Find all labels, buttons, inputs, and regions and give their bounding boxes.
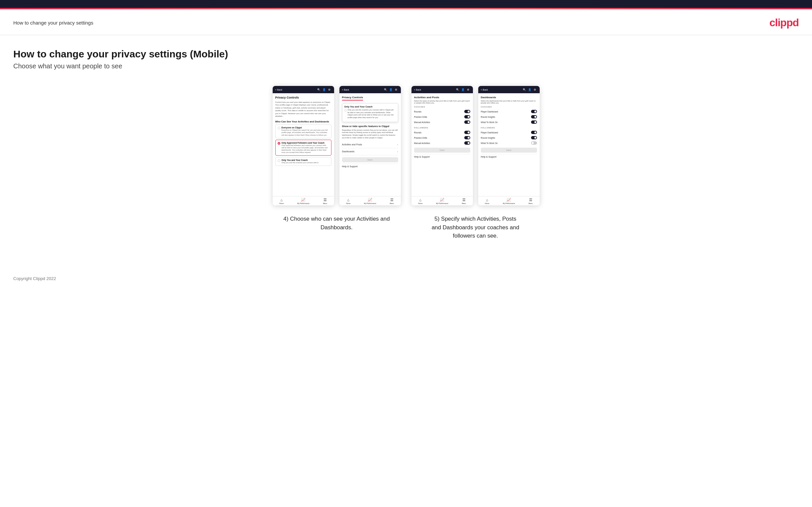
- privacy-body-text: Control how you and your data appears to…: [275, 101, 332, 117]
- coaches-insights-label: Round Insights: [481, 116, 495, 118]
- home-label-2: Home: [346, 203, 350, 205]
- page-title: How to change your privacy settings (Mob…: [13, 48, 799, 60]
- nav-menu-4[interactable]: ☰ Menu: [529, 198, 533, 205]
- save-btn-4[interactable]: Save: [481, 148, 537, 153]
- popover-radio[interactable]: [344, 109, 347, 111]
- back-button-4[interactable]: < Back: [481, 89, 488, 91]
- back-button-3[interactable]: < Back: [414, 89, 421, 91]
- profile-icon-4[interactable]: 👤: [528, 88, 532, 92]
- home-icon-2: ⌂: [347, 198, 349, 202]
- only-you-option[interactable]: Only You and Your Coach Only you and the…: [275, 157, 332, 166]
- coaches-drills-toggle[interactable]: [464, 115, 470, 118]
- popover: Only You and Your Coach Only you and the…: [342, 103, 398, 122]
- nav-performance-3[interactable]: 📈 My Performance: [436, 198, 448, 205]
- followers-rounds-label: Rounds: [414, 131, 421, 134]
- profile-icon-3[interactable]: 👤: [461, 88, 465, 92]
- home-icon-1: ⌂: [280, 198, 283, 202]
- save-btn-2[interactable]: Save: [342, 157, 398, 162]
- save-btn-3[interactable]: Save: [414, 148, 470, 153]
- help-row-4[interactable]: Help & Support: [481, 154, 537, 159]
- followers-insights-toggle[interactable]: [531, 136, 537, 139]
- coaches-rounds-toggle[interactable]: [464, 110, 470, 113]
- home-label-3: Home: [418, 203, 422, 205]
- coaches-player-toggle[interactable]: [531, 110, 537, 113]
- nav-menu-1[interactable]: ☰ Menu: [323, 198, 327, 205]
- nav-performance-4[interactable]: 📈 My Performance: [503, 198, 515, 205]
- bottom-nav-2: ⌂ Home 📈 My Performance ☰ Menu: [340, 196, 401, 206]
- coaches-manual-row: Manual Activities: [414, 119, 470, 125]
- followers-player-toggle[interactable]: [531, 131, 537, 134]
- help-row-3[interactable]: Help & Support: [414, 154, 470, 159]
- radio-only-you[interactable]: [277, 159, 280, 162]
- popover-radio-row: Only you and the coaches you connect wit…: [344, 109, 396, 119]
- followers-label-3: FOLLOWERS: [414, 127, 470, 129]
- profile-icon-2[interactable]: 👤: [389, 88, 393, 92]
- copyright: Copyright Clippd 2022: [13, 276, 56, 281]
- nav-menu-3[interactable]: ☰ Menu: [462, 198, 466, 205]
- nav-home-2[interactable]: ⌂ Home: [346, 198, 350, 205]
- followers-manual-toggle[interactable]: [464, 142, 470, 145]
- bottom-nav-3: ⌂ Home 📈 My Performance ☰ Menu: [411, 196, 473, 206]
- followers-rounds-toggle[interactable]: [464, 131, 470, 134]
- settings-icon-4[interactable]: ⚙: [533, 88, 537, 92]
- popover-text: Only you and the coaches you connect wit…: [348, 109, 396, 119]
- performance-label-1: My Performance: [297, 203, 309, 205]
- caption-4: 4) Choose who can see your Activities an…: [280, 215, 393, 232]
- phone-screen-2: < Back 🔍 👤 ⚙ Privacy Controls Only You a…: [340, 86, 401, 206]
- profile-icon[interactable]: 👤: [322, 88, 326, 92]
- coaches-insights-toggle[interactable]: [531, 115, 537, 118]
- search-icon-3[interactable]: 🔍: [456, 88, 460, 92]
- coaches-manual-toggle[interactable]: [464, 120, 470, 124]
- right-screenshot-group: < Back 🔍 👤 ⚙ Activities and Posts Select…: [411, 86, 540, 240]
- dashboards-title: Dashboards: [481, 96, 537, 99]
- settings-icon[interactable]: ⚙: [327, 88, 332, 92]
- phone-screen-1: < Back 🔍 👤 ⚙ Privacy Controls Control ho…: [273, 86, 334, 206]
- logo: clippd: [769, 16, 799, 29]
- home-icon-3: ⌂: [419, 198, 421, 202]
- radio-approved[interactable]: [277, 142, 280, 145]
- nav-menu-2[interactable]: ☰ Menu: [390, 198, 394, 205]
- approved-option[interactable]: Only Approved Followers and Your Coach O…: [275, 140, 332, 156]
- back-button-2[interactable]: < Back: [342, 89, 349, 91]
- activities-row[interactable]: Activities and Posts ›: [342, 142, 398, 148]
- caption-5-line2: and Dashboards your coaches and: [432, 224, 519, 231]
- caption-5: 5) Specify which Activities, Posts and D…: [432, 215, 519, 240]
- activities-title: Activities and Posts: [414, 96, 470, 99]
- back-button-1[interactable]: < Back: [275, 89, 283, 91]
- followers-work-row: What To Work On: [481, 140, 537, 146]
- phone-nav-4: < Back 🔍 👤 ⚙: [478, 86, 540, 93]
- nav-home-4[interactable]: ⌂ Home: [485, 198, 489, 205]
- performance-icon-3: 📈: [440, 198, 444, 202]
- who-can-see-title: Who Can See Your Activities and Dashboar…: [275, 120, 332, 123]
- menu-label-3: Menu: [462, 203, 466, 205]
- search-icon-2[interactable]: 🔍: [384, 88, 388, 92]
- chevron-activities: ›: [397, 143, 398, 146]
- radio-everyone[interactable]: [277, 127, 280, 129]
- menu-icon-3: ☰: [462, 198, 466, 202]
- followers-insights-label: Round Insights: [481, 137, 495, 139]
- nav-home-1[interactable]: ⌂ Home: [279, 198, 284, 205]
- followers-drills-toggle[interactable]: [464, 136, 470, 139]
- screenshot-pair-right: < Back 🔍 👤 ⚙ Activities and Posts Select…: [411, 86, 540, 206]
- nav-performance-2[interactable]: 📈 My Performance: [364, 198, 376, 205]
- settings-icon-2[interactable]: ⚙: [394, 88, 398, 92]
- nav-performance-1[interactable]: 📈 My Performance: [297, 198, 309, 205]
- chevron-dashboards: ›: [397, 150, 398, 153]
- menu-icon-2: ☰: [390, 198, 394, 202]
- approved-title: Only Approved Followers and Your Coach: [282, 142, 329, 144]
- everyone-option[interactable]: Everyone on Clippd Everyone on Clippd ca…: [275, 124, 332, 138]
- help-row-2[interactable]: Help & Support: [342, 164, 398, 169]
- nav-home-3[interactable]: ⌂ Home: [418, 198, 422, 205]
- screenshots-grid: < Back 🔍 👤 ⚙ Privacy Controls Control ho…: [13, 86, 799, 240]
- followers-work-toggle[interactable]: [531, 142, 537, 145]
- dashboards-row[interactable]: Dashboards ›: [342, 148, 398, 155]
- settings-icon-3[interactable]: ⚙: [466, 88, 470, 92]
- search-icon-4[interactable]: 🔍: [522, 88, 526, 92]
- privacy-tab[interactable]: Privacy Controls: [342, 96, 363, 101]
- phone-content-2: Privacy Controls Only You and Your Coach…: [340, 93, 401, 196]
- coaches-player-label: Player Dashboard: [481, 111, 498, 113]
- search-icon[interactable]: 🔍: [317, 88, 321, 92]
- coaches-work-toggle[interactable]: [531, 120, 537, 124]
- coaches-work-row: What To Work On: [481, 119, 537, 125]
- performance-label-2: My Performance: [364, 203, 376, 205]
